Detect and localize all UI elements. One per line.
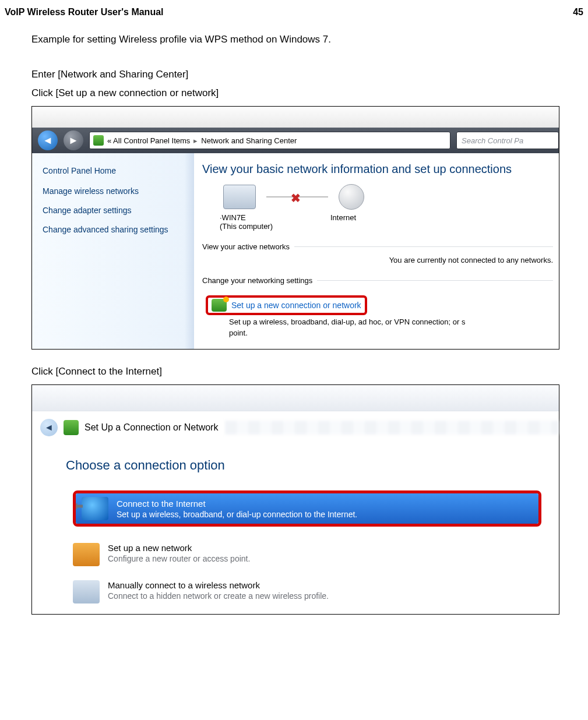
wizard-prompt: Choose a connection option (66, 458, 559, 473)
option-connect-internet[interactable]: Connect to the Internet Set up a wireles… (76, 493, 538, 524)
breadcrumb-icon (93, 135, 104, 146)
wizard-title: Set Up a Connection or Network (84, 422, 218, 433)
chevron-right-icon: ▸ (193, 136, 198, 145)
computer-icon (223, 185, 256, 209)
connection-options-list: Connect to the Internet Set up a wireles… (73, 490, 541, 614)
option-title: Connect to the Internet (117, 499, 357, 509)
option-title: Manually connect to a wireless network (108, 580, 329, 590)
setup-connection-icon (212, 299, 227, 312)
breadcrumb-bar[interactable]: « All Control Panel Items ▸ Network and … (89, 132, 450, 149)
main-panel: View your basic network information and … (194, 153, 559, 349)
main-title: View your basic network information and … (202, 163, 553, 176)
pc-name: ·WIN7E (220, 213, 330, 222)
step-click-setup: Click [Set up a new connection or networ… (31, 87, 583, 99)
breadcrumb-prefix: « All Control Panel Items (107, 136, 190, 145)
option-desc: Configure a new router or access point. (108, 554, 250, 563)
wizard-header-bar: ◄ Set Up a Connection or Network (32, 411, 559, 444)
screenshot-network-sharing-center: ◄ ► « All Control Panel Items ▸ Network … (31, 106, 559, 350)
option-desc: Set up a wireless, broadband, or dial-up… (117, 510, 357, 519)
window-titlebar-area (32, 385, 559, 411)
sidebar-advanced-sharing[interactable]: Change advanced sharing settings (43, 224, 186, 235)
option-setup-new-network[interactable]: Set up a new network Configure a new rou… (73, 539, 541, 577)
setup-connection-link[interactable]: Set up a new connection or network (231, 301, 361, 310)
internet-label: Internet (330, 213, 356, 231)
setup-connection-desc2: point. (229, 329, 553, 337)
disconnected-x-icon: ✖ (291, 191, 301, 205)
network-line: ✖ (266, 196, 328, 197)
intro-text: Example for setting Wireless profile via… (31, 34, 583, 45)
nav-forward-button[interactable]: ► (64, 130, 83, 150)
router-icon (73, 543, 100, 566)
breadcrumb-current: Network and Sharing Center (201, 136, 297, 145)
search-input[interactable]: Search Control Pa (456, 132, 559, 149)
divider (317, 280, 553, 281)
change-settings-header: Change your networking settings (202, 276, 312, 285)
setup-connection-desc: Set up a wireless, broadband, dial-up, a… (229, 317, 553, 326)
step-enter-net-center: Enter [Network and Sharing Center] (31, 69, 583, 80)
not-connected-msg: You are currently not connected to any n… (202, 256, 553, 264)
option-manual-wireless[interactable]: Manually connect to a wireless network C… (73, 577, 541, 614)
search-placeholder: Search Control Pa (462, 136, 523, 145)
page-number: 45 (573, 7, 583, 17)
explorer-address-bar: ◄ ► « All Control Panel Items ▸ Network … (32, 128, 559, 153)
divider (294, 246, 553, 247)
sidebar-home[interactable]: Control Panel Home (43, 166, 186, 175)
wizard-back-button[interactable]: ◄ (40, 419, 58, 436)
step-click-connect-internet: Click [Connect to the Internet] (31, 366, 583, 377)
highlight-box: Set up a new connection or network (206, 295, 367, 315)
wizard-app-icon (64, 420, 79, 435)
sidebar: Control Panel Home Manage wireless netwo… (32, 153, 194, 349)
doc-header-left: VoIP Wireless Router User's Manual (5, 7, 164, 17)
sidebar-manage-wireless[interactable]: Manage wireless networks (43, 186, 186, 197)
sidebar-change-adapter[interactable]: Change adapter settings (43, 205, 186, 216)
pc-sub-label: (This computer) (220, 222, 330, 231)
blurred-background (225, 421, 559, 435)
internet-globe-icon (339, 184, 364, 210)
highlight-box: Connect to the Internet Set up a wireles… (73, 490, 541, 527)
nav-back-button[interactable]: ◄ (38, 130, 58, 150)
network-map: ✖ (223, 184, 553, 210)
option-title: Set up a new network (108, 543, 250, 553)
wifi-icon (73, 580, 100, 603)
globe-icon (82, 497, 108, 520)
window-titlebar-area (32, 107, 559, 128)
option-desc: Connect to a hidden network or create a … (108, 591, 329, 601)
screenshot-setup-connection-wizard: ◄ Set Up a Connection or Network Choose … (31, 384, 559, 615)
active-networks-header: View your active networks (202, 242, 290, 251)
